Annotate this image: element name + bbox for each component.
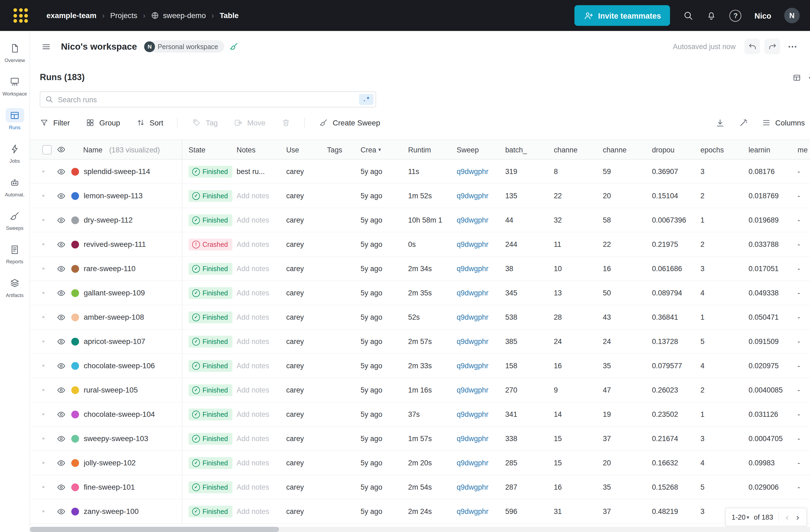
page-range-dropdown[interactable]: 1-20 ▾	[731, 513, 749, 521]
column-header-channels-b[interactable]: channe	[599, 140, 648, 159]
collapse-panel-chevron-icon[interactable]	[807, 73, 810, 82]
wandb-logo[interactable]	[14, 9, 28, 23]
table-row[interactable]: chocolate-sweep-104 ✓ Finished Add notes…	[30, 402, 810, 426]
table-row[interactable]: gallant-sweep-109 ✓ Finished Add notes c…	[30, 281, 810, 305]
run-name-link[interactable]: revived-sweep-111	[84, 240, 146, 248]
run-name-link[interactable]: dry-sweep-112	[84, 216, 133, 224]
run-name-link[interactable]: zany-sweep-100	[84, 507, 139, 516]
visibility-eye-icon[interactable]	[57, 264, 66, 273]
sweep-link[interactable]: q9dwgphr	[456, 410, 488, 418]
table-row[interactable]: sweepy-sweep-103 ✓ Finished Add notes ca…	[30, 426, 810, 451]
visibility-eye-icon[interactable]	[57, 337, 66, 346]
run-name-link[interactable]: rural-sweep-105	[84, 386, 138, 394]
breadcrumb-project[interactable]: sweep-demo	[151, 11, 206, 20]
table-panel-icon[interactable]	[792, 73, 801, 82]
delete-button[interactable]	[281, 118, 290, 127]
sweep-link[interactable]: q9dwgphr	[456, 337, 488, 345]
overflow-menu-button[interactable]: ⋯	[784, 41, 800, 52]
customize-brush-icon[interactable]	[229, 42, 239, 51]
table-row[interactable]: apricot-sweep-107 ✓ Finished Add notes c…	[30, 329, 810, 354]
visibility-eye-icon[interactable]	[57, 215, 66, 224]
magic-wand-button[interactable]	[739, 118, 748, 127]
column-header-epochs[interactable]: epochs	[696, 140, 744, 159]
sweep-link[interactable]: q9dwgphr	[456, 507, 488, 516]
sort-button[interactable]: Sort	[136, 118, 163, 127]
sweep-link[interactable]: q9dwgphr	[456, 240, 488, 248]
drag-handle[interactable]	[42, 219, 45, 221]
notes-cell[interactable]: Add notes	[237, 289, 269, 297]
drag-handle[interactable]	[42, 438, 45, 440]
run-name-link[interactable]: rare-sweep-110	[84, 264, 135, 273]
drag-handle[interactable]	[42, 511, 45, 513]
notifications-bell-icon[interactable]	[707, 10, 717, 20]
run-name-link[interactable]: sweepy-sweep-103	[84, 434, 148, 443]
breadcrumb-projects[interactable]: Projects	[110, 11, 137, 20]
sidebar-item-workspace[interactable]: Workspace	[0, 71, 29, 101]
drag-handle[interactable]	[42, 389, 45, 391]
visibility-all-eye-icon[interactable]	[57, 145, 66, 154]
table-row[interactable]: fine-sweep-101 ✓ Finished Add notes care…	[30, 475, 810, 499]
run-name-link[interactable]: fine-sweep-101	[84, 483, 135, 491]
table-row[interactable]: chocolate-sweep-106 ✓ Finished Add notes…	[30, 354, 810, 378]
notes-cell[interactable]: Add notes	[237, 507, 269, 516]
notes-cell[interactable]: best ru...	[237, 167, 265, 176]
run-name-link[interactable]: amber-sweep-108	[84, 313, 144, 321]
username[interactable]: Nico	[755, 11, 771, 20]
drag-handle[interactable]	[42, 268, 45, 270]
sweep-link[interactable]: q9dwgphr	[456, 264, 488, 273]
column-header-created[interactable]: Crea ▾	[356, 140, 404, 159]
tag-button[interactable]: Tag	[192, 118, 218, 127]
prev-page-button[interactable]: ‹	[784, 512, 790, 522]
export-download-button[interactable]	[715, 118, 725, 127]
table-row[interactable]: lemon-sweep-113 ✓ Finished Add notes car…	[30, 184, 810, 208]
notes-cell[interactable]: Add notes	[237, 410, 269, 418]
visibility-eye-icon[interactable]	[57, 507, 66, 516]
undo-button[interactable]	[744, 39, 760, 54]
notes-cell[interactable]: Add notes	[237, 313, 269, 321]
column-header-runtime[interactable]: Runtim	[404, 140, 453, 159]
run-name-link[interactable]: chocolate-sweep-106	[84, 361, 155, 370]
table-row[interactable]: jolly-sweep-102 ✓ Finished Add notes car…	[30, 451, 810, 475]
table-row[interactable]: rare-sweep-110 ✓ Finished Add notes care…	[30, 257, 810, 281]
sidebar-item-runs[interactable]: Runs	[0, 104, 29, 135]
run-name-link[interactable]: gallant-sweep-109	[84, 289, 145, 297]
horizontal-scrollbar[interactable]	[30, 527, 810, 532]
column-header-notes[interactable]: Notes	[232, 140, 282, 159]
drag-handle[interactable]	[42, 316, 45, 318]
notes-cell[interactable]: Add notes	[237, 192, 269, 200]
drag-handle[interactable]	[42, 340, 45, 343]
drag-handle[interactable]	[42, 486, 45, 488]
invite-teammates-button[interactable]: Invite teammates	[574, 5, 670, 26]
create-sweep-button[interactable]: Create Sweep	[319, 118, 380, 127]
visibility-eye-icon[interactable]	[57, 386, 66, 394]
sweep-link[interactable]: q9dwgphr	[456, 386, 488, 394]
sweep-link[interactable]: q9dwgphr	[456, 361, 488, 370]
visibility-eye-icon[interactable]	[57, 458, 66, 467]
sweep-link[interactable]: q9dwgphr	[456, 483, 488, 491]
visibility-eye-icon[interactable]	[57, 240, 66, 249]
notes-cell[interactable]: Add notes	[237, 483, 269, 491]
regex-toggle-button[interactable]: .*	[359, 94, 373, 105]
sweep-link[interactable]: q9dwgphr	[456, 458, 488, 467]
notes-cell[interactable]: Add notes	[237, 240, 269, 248]
sweep-link[interactable]: q9dwgphr	[456, 313, 488, 321]
notes-cell[interactable]: Add notes	[237, 458, 269, 467]
drag-handle[interactable]	[42, 462, 45, 464]
notes-cell[interactable]: Add notes	[237, 386, 269, 394]
column-header-metric[interactable]: me	[794, 140, 810, 159]
column-header-channels-a[interactable]: channe	[550, 140, 599, 159]
visibility-eye-icon[interactable]	[57, 167, 66, 176]
sidebar-item-overview[interactable]: Overview	[0, 37, 29, 68]
drag-handle[interactable]	[42, 195, 45, 197]
column-header-sweep[interactable]: Sweep	[453, 140, 501, 159]
sweep-link[interactable]: q9dwgphr	[456, 192, 488, 200]
visibility-eye-icon[interactable]	[57, 313, 66, 322]
select-all-checkbox[interactable]	[42, 145, 51, 154]
notes-cell[interactable]: Add notes	[237, 337, 269, 345]
notes-cell[interactable]: Add notes	[237, 264, 269, 273]
table-row[interactable]: revived-sweep-111 ! Crashed Add notes ca…	[30, 232, 810, 257]
next-page-button[interactable]: ›	[795, 512, 800, 522]
filter-button[interactable]: Filter	[40, 118, 70, 127]
hamburger-menu-icon[interactable]	[41, 42, 51, 51]
run-name-link[interactable]: jolly-sweep-102	[84, 458, 136, 467]
